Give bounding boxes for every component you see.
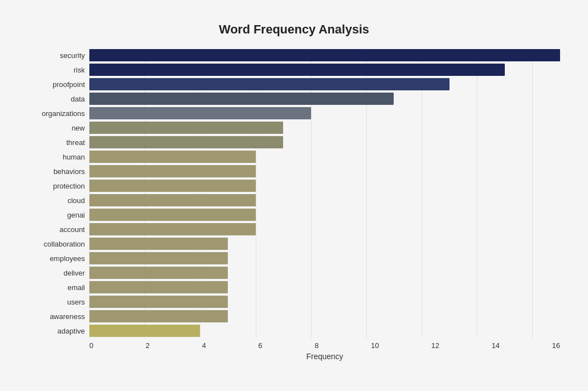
x-tick: 8 xyxy=(314,341,318,350)
y-label: protection xyxy=(28,182,85,190)
x-tick: 0 xyxy=(89,341,93,350)
bar xyxy=(89,325,200,337)
bar-row xyxy=(89,222,560,236)
bar xyxy=(89,122,283,134)
y-label: threat xyxy=(28,139,85,146)
x-axis: 0246810121416 xyxy=(89,338,560,350)
bar-row xyxy=(89,135,560,149)
bars-and-grid xyxy=(89,48,560,338)
x-tick: 14 xyxy=(491,341,499,350)
bar xyxy=(89,310,228,322)
bar xyxy=(89,49,560,61)
x-axis-label: Frequency xyxy=(89,352,560,361)
bar-row xyxy=(89,266,560,280)
bar xyxy=(89,194,256,206)
y-label: employees xyxy=(28,255,85,262)
bar xyxy=(89,267,228,279)
y-label: human xyxy=(28,153,85,161)
bar-row xyxy=(89,193,560,207)
bar-row xyxy=(89,309,560,324)
bar xyxy=(89,180,256,192)
bar-row xyxy=(89,280,560,295)
bar-row xyxy=(89,164,560,178)
bar xyxy=(89,296,228,308)
y-label: genai xyxy=(28,211,85,219)
x-tick: 10 xyxy=(371,341,379,350)
x-tick: 16 xyxy=(552,341,560,350)
chart-area: securityriskproofpointdataorganizationsn… xyxy=(28,48,560,361)
y-label: security xyxy=(28,52,85,59)
y-label: account xyxy=(28,226,85,233)
y-label: email xyxy=(28,284,85,291)
chart-container: Word Frequency Analysis securityriskproo… xyxy=(11,11,577,391)
bar-row xyxy=(89,106,560,120)
x-tick: 4 xyxy=(202,341,206,350)
chart-title: Word Frequency Analysis xyxy=(28,22,560,37)
bar-row xyxy=(89,48,560,62)
bar-row xyxy=(89,295,560,309)
y-label: behaviors xyxy=(28,168,85,175)
bar-row xyxy=(89,324,560,338)
x-tick: 2 xyxy=(146,341,150,350)
y-label: adaptive xyxy=(28,327,85,335)
bar-row xyxy=(89,62,560,77)
bar xyxy=(89,165,256,177)
bar xyxy=(89,151,256,163)
bar xyxy=(89,238,228,250)
y-labels: securityriskproofpointdataorganizationsn… xyxy=(28,48,89,338)
x-tick: 6 xyxy=(259,341,262,350)
y-label: data xyxy=(28,95,85,103)
bars-wrapper xyxy=(89,48,560,338)
bar-row xyxy=(89,178,560,193)
bar-row xyxy=(89,77,560,91)
y-label: collaboration xyxy=(28,240,85,248)
bar-row xyxy=(89,207,560,222)
y-label: deliver xyxy=(28,269,85,277)
y-label: users xyxy=(28,298,85,306)
y-label: awareness xyxy=(28,313,85,320)
y-label: organizations xyxy=(28,110,85,117)
bar-row xyxy=(89,236,560,251)
y-label: risk xyxy=(28,66,85,74)
bar xyxy=(89,64,505,76)
bar-row xyxy=(89,91,560,106)
bar xyxy=(89,223,256,235)
bar xyxy=(89,209,256,221)
bar xyxy=(89,252,228,264)
bars-section: securityriskproofpointdataorganizationsn… xyxy=(28,48,560,338)
y-label: cloud xyxy=(28,197,85,204)
x-tick: 12 xyxy=(431,341,439,350)
bar xyxy=(89,107,311,119)
bar xyxy=(89,93,394,105)
bar xyxy=(89,281,228,293)
y-label: proofpoint xyxy=(28,81,85,88)
bar-row xyxy=(89,251,560,266)
bar-row xyxy=(89,149,560,164)
bar xyxy=(89,78,450,90)
y-label: new xyxy=(28,124,85,132)
bar xyxy=(89,136,283,148)
bar-row xyxy=(89,120,560,135)
